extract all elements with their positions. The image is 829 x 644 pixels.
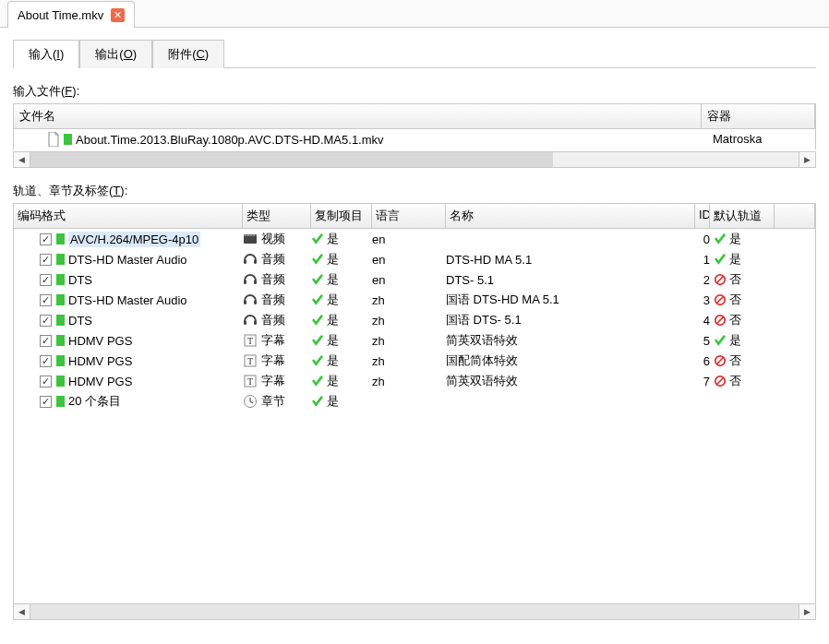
- track-checkbox[interactable]: ✓: [40, 355, 52, 367]
- track-name: 简英双语特效: [446, 332, 695, 349]
- scroll-right-icon: ▶: [804, 607, 811, 616]
- col-name[interactable]: 名称: [446, 204, 695, 228]
- file-tab[interactable]: About Time.mkv ✕: [7, 1, 135, 28]
- tracks-table: 编码格式 类型 复制项目 语言 名称 ID 默认轨道 ✓AVC/H.264/MP…: [13, 203, 816, 603]
- close-icon[interactable]: ✕: [111, 8, 125, 22]
- track-checkbox[interactable]: ✓: [40, 294, 52, 306]
- track-row[interactable]: ✓AVC/H.264/MPEG-4p10视频是en0是: [14, 229, 815, 249]
- tracks-label: 轨道、章节及标签(T):: [13, 183, 816, 199]
- svg-line-19: [717, 317, 724, 324]
- svg-rect-7: [254, 259, 257, 264]
- file-row[interactable]: About.Time.2013.BluRay.1080p.AVC.DTS-HD.…: [14, 129, 815, 149]
- status-icon: [56, 335, 65, 346]
- check-icon: [714, 253, 727, 266]
- check-icon: [714, 233, 727, 245]
- track-copy: 是: [327, 373, 339, 389]
- track-checkbox[interactable]: ✓: [40, 376, 52, 388]
- check-icon: [311, 273, 324, 286]
- track-language: zh: [372, 334, 446, 348]
- col-codec[interactable]: 编码格式: [14, 204, 243, 228]
- svg-text:T: T: [247, 356, 253, 366]
- track-checkbox[interactable]: ✓: [40, 396, 52, 408]
- track-codec: DTS: [68, 314, 92, 328]
- status-icon: [56, 274, 65, 285]
- track-row[interactable]: ✓HDMV PGST字幕是zh国配简体特效6否: [14, 351, 815, 371]
- track-codec: 20 个条目: [68, 393, 121, 410]
- track-checkbox[interactable]: ✓: [40, 274, 52, 286]
- chapter-icon: [243, 394, 258, 409]
- svg-rect-17: [254, 320, 257, 325]
- track-checkbox[interactable]: ✓: [40, 254, 52, 266]
- track-language: en: [372, 233, 446, 246]
- file-icon: [47, 132, 60, 147]
- col-id[interactable]: ID: [695, 204, 710, 228]
- track-row[interactable]: ✓DTS音频是enDTS- 5.12否: [14, 269, 815, 290]
- track-codec: HDMV PGS: [68, 334, 132, 348]
- files-hscroll[interactable]: ◀ ▶: [13, 151, 816, 168]
- track-type: 音频: [261, 271, 285, 288]
- check-icon: [311, 354, 324, 367]
- track-default: 否: [729, 373, 741, 389]
- track-row[interactable]: ✓DTS音频是zh国语 DTS- 5.14否: [14, 310, 815, 330]
- track-type: 视频: [261, 231, 285, 247]
- track-row[interactable]: ✓HDMV PGST字幕是zh简英双语特效7否: [14, 371, 815, 391]
- subtitle-icon: T: [243, 333, 258, 348]
- no-icon: [714, 293, 727, 306]
- track-row[interactable]: ✓DTS-HD Master Audio音频是zh国语 DTS-HD MA 5.…: [14, 290, 815, 310]
- col-type[interactable]: 类型: [243, 204, 311, 228]
- audio-icon: [243, 313, 258, 328]
- track-checkbox[interactable]: ✓: [40, 315, 52, 327]
- check-icon: [311, 395, 324, 408]
- tab-output[interactable]: 输出(O): [79, 40, 152, 68]
- track-checkbox[interactable]: ✓: [40, 233, 52, 245]
- status-icon: [56, 315, 65, 326]
- track-id: 1: [695, 253, 710, 267]
- tab-attachments[interactable]: 附件(C): [152, 40, 224, 68]
- track-name: DTS- 5.1: [446, 273, 695, 287]
- track-codec: DTS-HD Master Audio: [68, 253, 187, 267]
- status-icon: [56, 355, 65, 366]
- check-icon: [311, 314, 324, 327]
- track-default: 否: [729, 312, 741, 328]
- col-default[interactable]: 默认轨道: [710, 204, 775, 228]
- track-language: zh: [372, 293, 446, 307]
- tab-input[interactable]: 输入(I): [13, 40, 79, 68]
- track-codec: DTS-HD Master Audio: [68, 293, 187, 307]
- scroll-left-icon: ◀: [18, 155, 25, 164]
- track-row[interactable]: ✓DTS-HD Master Audio音频是enDTS-HD MA 5.11是: [14, 249, 815, 269]
- track-default: 否: [729, 271, 741, 288]
- no-icon: [714, 375, 727, 388]
- track-language: zh: [372, 375, 446, 388]
- tracks-hscroll[interactable]: ◀ ▶: [13, 603, 816, 620]
- track-name: 国配简体特效: [446, 352, 695, 369]
- col-lang[interactable]: 语言: [372, 204, 446, 228]
- status-icon: [56, 376, 65, 387]
- col-filename[interactable]: 文件名: [14, 104, 702, 129]
- check-icon: [311, 233, 324, 245]
- col-copy[interactable]: 复制项目: [311, 204, 372, 228]
- track-id: 6: [695, 354, 710, 368]
- svg-rect-9: [254, 280, 257, 284]
- track-row[interactable]: ✓20 个条目章节是: [14, 391, 815, 411]
- track-id: 3: [695, 293, 710, 307]
- track-name: 国语 DTS- 5.1: [446, 312, 695, 328]
- track-row[interactable]: ✓HDMV PGST字幕是zh简英双语特效5是: [14, 330, 815, 351]
- svg-line-25: [717, 358, 724, 364]
- track-checkbox[interactable]: ✓: [40, 335, 52, 347]
- track-id: 4: [695, 314, 710, 328]
- track-copy: 是: [327, 231, 339, 247]
- track-language: zh: [372, 314, 446, 328]
- svg-rect-13: [254, 300, 257, 304]
- track-copy: 是: [327, 271, 339, 288]
- status-icon: [64, 134, 72, 145]
- svg-point-5: [253, 234, 254, 235]
- track-default: 是: [729, 231, 741, 247]
- track-default: 否: [729, 352, 741, 369]
- svg-rect-8: [244, 280, 246, 284]
- svg-line-29: [717, 378, 724, 385]
- main-tabs: 输入(I) 输出(O) 附件(C): [13, 39, 816, 68]
- status-icon: [56, 254, 65, 265]
- track-default: 是: [729, 251, 741, 268]
- track-name: 简英双语特效: [446, 373, 695, 389]
- col-container[interactable]: 容器: [702, 104, 815, 129]
